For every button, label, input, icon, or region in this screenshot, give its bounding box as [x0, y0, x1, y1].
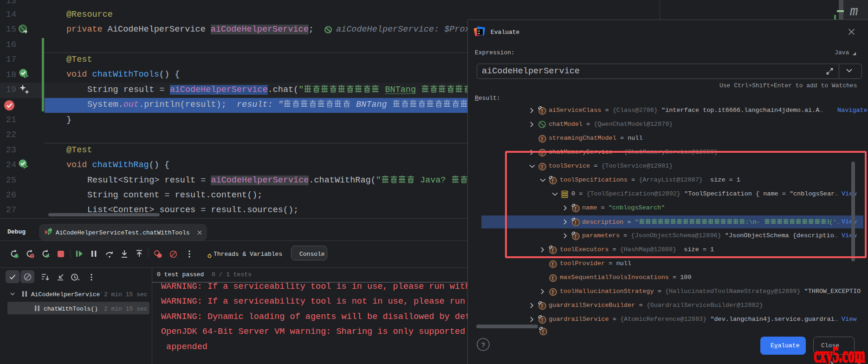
svg-text:IJ: IJ: [478, 29, 480, 32]
svg-text:?: ?: [481, 342, 486, 350]
